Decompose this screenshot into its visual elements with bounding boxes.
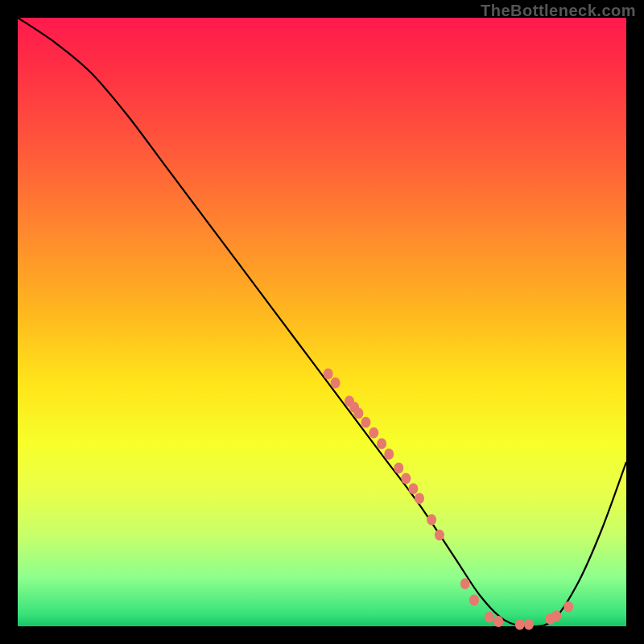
data-point xyxy=(361,417,370,428)
data-point xyxy=(394,463,403,474)
data-point xyxy=(324,368,333,379)
data-point xyxy=(493,616,503,627)
data-point xyxy=(551,610,561,621)
plot-area xyxy=(18,18,626,626)
data-point xyxy=(485,612,494,623)
data-point xyxy=(369,427,378,439)
data-point xyxy=(377,438,386,449)
data-point xyxy=(427,514,436,526)
data-point xyxy=(524,619,534,630)
curve-path xyxy=(18,18,626,626)
data-point xyxy=(401,473,411,484)
data-point xyxy=(515,619,525,630)
data-point xyxy=(384,448,394,460)
data-point xyxy=(408,483,418,494)
data-point xyxy=(415,493,424,504)
data-point xyxy=(469,595,479,606)
data-point xyxy=(460,578,470,589)
data-point xyxy=(353,408,363,419)
chart-frame: TheBottleneck.com xyxy=(0,0,644,644)
points-group xyxy=(324,368,574,630)
data-point xyxy=(564,601,573,613)
data-point xyxy=(435,530,444,541)
chart-svg xyxy=(18,18,626,626)
data-point xyxy=(331,378,341,389)
